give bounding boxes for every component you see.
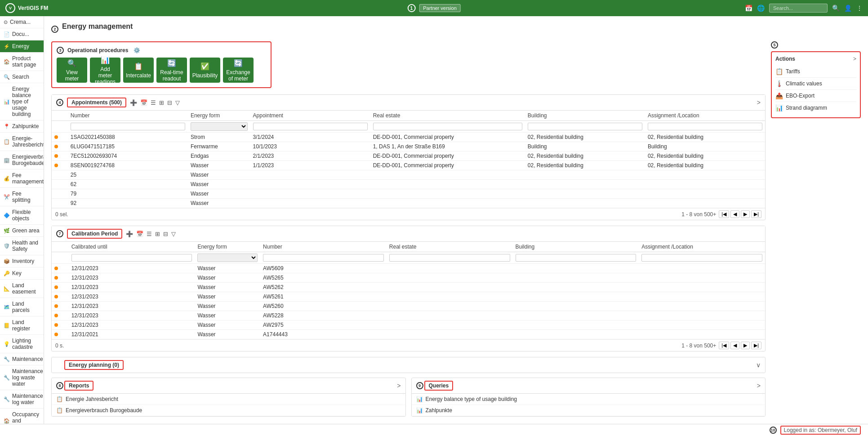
cal-col-number[interactable]: Number [260,242,387,252]
search-icon[interactable]: 🔍 [832,4,840,12]
table-row[interactable]: 92 Wasser [52,199,765,208]
sidebar-item-zahlpunkte[interactable]: 📍 Zahlpunkte [0,120,44,133]
table-row[interactable]: 8SEN0019274768 Wasser 1/1/2023 DE-DD-001… [52,161,765,170]
action-item-tariffs[interactable]: 📋 Tariffs [775,66,856,78]
funnel-cal-btn[interactable]: ▽ [170,230,177,238]
ep-chevron-icon[interactable]: ∨ [756,361,761,369]
action-item-ebo[interactable]: 📤 EBO-Export [775,90,856,102]
search-input[interactable] [769,4,828,13]
table-row[interactable]: 12/31/2023 Wasser AW5260 [52,302,765,311]
cal-col-realestate[interactable]: Real estate [387,242,513,252]
action-item-climatic[interactable]: 🌡️ Climatic values [775,78,856,90]
globe-icon[interactable]: 🌐 [757,4,765,12]
filter-energy-select[interactable] [191,122,248,131]
grid-appt-btn[interactable]: ⊞ [158,99,165,107]
sidebar-item-health[interactable]: 🛡️ Health and Safety [0,237,44,255]
settings-icon[interactable]: ⚙️ [134,47,140,53]
table-row[interactable]: 12/31/2021 Wasser A1744443 [52,330,765,339]
sidebar-item-energy-balance[interactable]: 📊 Energy balance type of usage building [0,83,44,120]
sidebar-item-maintenance-water[interactable]: 🔧 Maintenance log water [0,390,44,409]
sidebar-item-product[interactable]: 🏠 Product start page [0,53,44,71]
exchange-button[interactable]: 🔄 Exchange of meter [223,58,254,83]
filter-location-input[interactable] [648,123,762,130]
more-icon[interactable]: ⋮ [856,4,863,12]
sidebar-item-energie-jahresbericht[interactable]: 📋 Energie-Jahresbericht [0,133,44,151]
table-row[interactable]: 62 Wasser [52,180,765,189]
plausibility-button[interactable]: ✅ Plausibility [190,58,220,83]
col-building[interactable]: Building [525,111,645,121]
table-row[interactable]: 25 Wasser [52,170,765,180]
calendar-icon[interactable]: 📅 [745,4,752,12]
table-row[interactable]: 1SAG2021450388 Strom 3/1/2024 DE-DD-001,… [52,133,765,142]
table-row[interactable]: 12/31/2023 Wasser AW2975 [52,320,765,330]
sidebar-item-search[interactable]: 🔍 Search [0,71,44,83]
cal-col-location[interactable]: Assignment /Location [639,242,765,252]
report-item-2[interactable]: 📋 Energieverbrauch Burogebaude [52,405,405,416]
cal-filter-cal-input[interactable] [71,254,192,262]
cols-cal-btn[interactable]: ⊟ [162,230,169,238]
realtime-button[interactable]: 🔄 Real-time readout [156,58,187,83]
sidebar-item-energy[interactable]: ⚡ Energy [0,40,44,53]
user-icon[interactable]: 👤 [844,4,852,12]
table-row[interactable]: 12/31/2023 Wasser AW5261 [52,292,765,302]
report-item-1[interactable]: 📋 Energie Jahresbericht [52,394,405,405]
sidebar-item-crema[interactable]: ⊙ Crema... [0,16,44,28]
actions-expand-arrow[interactable]: > [853,56,856,62]
filter-building-input[interactable] [528,123,642,130]
last-page-btn[interactable]: ▶| [751,210,761,218]
table-row[interactable]: 12/31/2023 Wasser AW5228 [52,311,765,320]
reports-expand-arrow[interactable]: > [397,382,401,389]
cal-next-btn[interactable]: ▶ [741,342,750,349]
col-energy-form[interactable]: Energy form [188,111,250,121]
sidebar-item-land-register[interactable]: 📒 Land register [0,316,44,335]
funnel-appt-btn[interactable]: ▽ [174,99,181,107]
cal-prev-btn[interactable]: ◀ [730,342,739,349]
cal-filter-loc-input[interactable] [641,254,762,262]
sidebar-item-green[interactable]: 🌿 Green area [0,225,44,237]
filter-number-input[interactable] [71,123,185,130]
sidebar-item-fee-splitting[interactable]: ✂️ Fee splitting [0,188,44,206]
filter-appt-btn[interactable]: ☰ [150,99,157,107]
sidebar-item-lighting[interactable]: 💡 Lighting cadastre [0,335,44,353]
sidebar-item-inventory[interactable]: 📦 Inventory [0,255,44,267]
filter-appt-input[interactable] [253,123,368,130]
calendar-appt-btn[interactable]: 📅 [139,99,148,107]
table-row[interactable]: 12/31/2023 Wasser AW5609 [52,264,765,273]
cal-cal-btn[interactable]: 📅 [135,230,144,238]
sidebar-item-occupancy[interactable]: 🏠 Occupancy and Relocation [0,409,44,424]
table-row[interactable]: 79 Wasser [52,189,765,199]
cal-col-building[interactable]: Building [513,242,639,252]
ep-header[interactable]: 0 Energy planning (0) ∨ [52,357,765,373]
next-page-btn[interactable]: ▶ [741,210,750,218]
sidebar-item-maintenance-waste[interactable]: 🔧 Maintenance log waste water [0,365,44,390]
col-real-estate[interactable]: Real estate [370,111,525,121]
cal-first-btn[interactable]: |◀ [719,342,729,349]
cal-filter-bld-input[interactable] [516,254,637,262]
view-meter-button[interactable]: 🔍 View meter [57,58,87,83]
sidebar-item-energieverbrauch[interactable]: 🏢 Energieverbrauch Burogebaude [0,151,44,169]
query-item-1[interactable]: 📊 Energy balance type of usage building [412,394,766,405]
cal-filter-re-input[interactable] [389,254,510,262]
add-meter-button[interactable]: 📊 Add meter readings [90,58,120,83]
cal-col-energy[interactable]: Energy form [195,242,260,252]
sidebar-item-land-easement[interactable]: 📐 Land easement [0,280,44,298]
appointments-expand-arrow[interactable]: > [757,99,761,106]
cols-appt-btn[interactable]: ⊟ [166,99,173,107]
col-appointment[interactable]: Appointment [250,111,370,121]
table-row[interactable]: 12/31/2023 Wasser AW5262 [52,283,765,292]
sidebar-item-docu[interactable]: 📄 Docu... [0,28,44,40]
table-row[interactable]: 7EC512002693074 Endgas 2/1/2023 DE-DD-00… [52,151,765,161]
grid-cal-btn[interactable]: ⊞ [154,230,161,238]
table-row[interactable]: 6LUG0471517185 Fernwarme 10/1/2023 1, DA… [52,142,765,151]
queries-expand-arrow[interactable]: > [757,382,761,389]
filter-cal-btn[interactable]: ☰ [146,230,153,238]
action-item-strand[interactable]: 📊 Strand diagramm [775,102,856,114]
cal-filter-energy-select[interactable] [197,254,258,262]
sidebar-item-fee-management[interactable]: 💰 Fee management [0,169,44,188]
add-appointment-btn[interactable]: ➕ [129,99,138,107]
prev-page-btn[interactable]: ◀ [730,210,739,218]
first-page-btn[interactable]: |◀ [719,210,729,218]
sidebar-item-key[interactable]: 🔑 Key [0,267,44,280]
col-number[interactable]: Number [68,111,188,121]
cal-col-calibrated[interactable]: Calibrated until [69,242,195,252]
